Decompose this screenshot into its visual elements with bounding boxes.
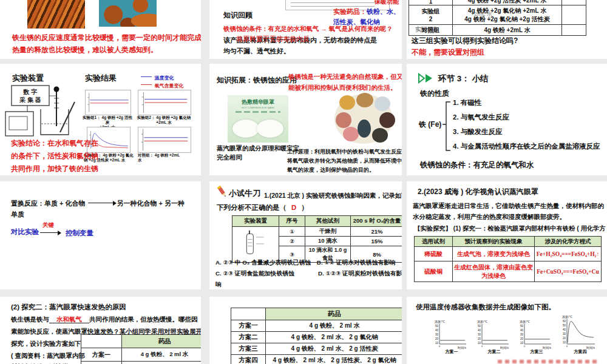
svg-text:40: 40 xyxy=(563,328,566,331)
plans-table: 药品 方案一 4 g 铁粉、 2 ml 水 方案二 4 g 铁粉、 2 ml 水… xyxy=(231,308,402,364)
quiz1-question: 下列分析不正确的是（D） xyxy=(217,203,308,212)
slide-summary[interactable]: 环节 3： 小结 铁的性质 铁 (Fe) 1. 有磁性 2. 与氧气发生反应 3… xyxy=(407,64,607,175)
quiz1-apparatus-sketch-cell xyxy=(232,227,279,263)
svg-text:50: 50 xyxy=(563,324,566,327)
displacement-line2: 单质 xyxy=(11,211,24,219)
cutoff-red-text xyxy=(498,360,600,363)
slide-temp-graphs[interactable]: 使用温度传感器收集数据并生成图像如下图。 温度/℃ 50 40 30 20 10… xyxy=(407,297,607,364)
collage-meat xyxy=(336,112,351,128)
slide-experiment-groups[interactable]: 实验组1 4g 铁粉 +2g 活性炭 +2mL 水 实验组2 4g 铁粉 +2g… xyxy=(407,0,607,59)
temp-graph-plan2: 温度/℃ 50 40 30 20 10 0 时间/s 方案二 xyxy=(473,318,511,354)
svg-text:温度/℃: 温度/℃ xyxy=(520,320,530,324)
slide-quiz-1[interactable]: 小试牛刀 1.(2021 北京 ) 实验研究铁锈蚀影响因素，记录如下。 下列分析… xyxy=(209,181,402,289)
svg-text:40: 40 xyxy=(435,329,439,332)
property-item-4: 4. 与金属活动性顺序在铁之后的金属盐溶液反应 xyxy=(453,142,600,150)
slide-rust-application[interactable]: 知识拓展：铁锈蚀的应用 铁锈蚀是一种无法避免的自然现象，但又 能被利用和控制从而… xyxy=(209,64,402,175)
group2-content: 4g 铁粉 +2g 氯化钠 +2mL 水 +2mL 水 4g 铁粉 +2g 氯化… xyxy=(453,5,562,25)
collage-ham xyxy=(343,127,359,141)
svg-text:10: 10 xyxy=(478,342,481,345)
control-group-content: 4g 铁粉 +2mL 水 xyxy=(453,25,562,36)
slide-plans-table[interactable]: 药品 方案一 4 g 铁粉、 2 ml 水 方案二 4 g 铁粉、 2 ml 水… xyxy=(209,297,402,364)
rust-condition-summary: 铁锈蚀的条件：有充足的氧气和水 xyxy=(420,161,534,170)
svg-text:20: 20 xyxy=(435,337,439,340)
svg-text:10: 10 xyxy=(435,342,439,345)
iron-properties-subtitle: 铁的性质 xyxy=(420,89,449,98)
rusted-paint-photo xyxy=(99,0,157,27)
slide-quiz-2[interactable]: 2.(2023 威海 ) 化学视角认识蒸汽眼罩 蒸汽眼罩逐渐走进日常生活，它借助… xyxy=(407,181,607,289)
temp-graph-plan3: 温度/℃ 50 40 30 20 10 0 时间/s 方案三 xyxy=(516,318,554,354)
mask-feature-row xyxy=(236,111,280,113)
svg-text:30: 30 xyxy=(478,333,481,336)
svg-text:方案四: 方案四 xyxy=(574,349,587,354)
slide-apparatus-results[interactable]: 实验装置 数 字 采 集 器 实验结果 温度变化 氧气含量变化 xyxy=(0,64,201,175)
svg-text:方案三: 方案三 xyxy=(530,349,543,354)
quiz2-stem: 2.(2023 威海 ) 化学视角认识蒸汽眼罩 xyxy=(418,187,538,197)
mask-lens-right xyxy=(257,120,283,138)
svg-text:温度/℃: 温度/℃ xyxy=(435,320,445,324)
conclusion-line2: 的条件下，活性炭和氯化钠 xyxy=(11,152,98,161)
key-label: 关键 xyxy=(42,221,54,229)
quiz-badge: 小试牛刀 xyxy=(229,189,260,198)
test-tube-sketch xyxy=(242,229,270,257)
results-heading: 实验结果 xyxy=(85,73,117,83)
mask-title: 热敷精华眼罩 xyxy=(228,98,288,106)
control-group-label: 对照组 实验组3 xyxy=(409,25,453,36)
oxygen-legend-label: 氧气含量变化 xyxy=(154,83,183,89)
compare-experiment-label: 对比实验 xyxy=(11,228,39,236)
fill-blank-answer: 水和氧气 xyxy=(49,315,89,323)
collage-bottle xyxy=(358,120,371,138)
inquiry2-title: (2) 探究二：蒸汽眼罩快速发热的原因 xyxy=(11,303,126,311)
product-line2: 均匀不漏、透气性好。 xyxy=(223,47,290,56)
slide-sorter-grid: 铁生锈的反应速度通常比较缓慢，需要一定的时间才能完成，因此 热量的释放也比较缓慢… xyxy=(0,0,607,364)
svg-text:方案二: 方案二 xyxy=(487,349,501,354)
apparatus-heading: 实验装置 xyxy=(12,73,44,83)
options-line3: 响 xyxy=(215,281,222,288)
green-double-arrow-icon xyxy=(418,73,436,84)
svg-text:时间/s: 时间/s xyxy=(500,346,509,350)
application-red-line2: 能被利用和控制从而便利我们的生活。 xyxy=(288,84,397,92)
svg-text:数 字: 数 字 xyxy=(23,88,38,95)
svg-text:60: 60 xyxy=(563,320,566,323)
review-title: 知识回顾 xyxy=(223,11,253,20)
inquiry2-note-line1: ( 查阅资料：蒸汽眼罩内部 xyxy=(11,352,85,360)
temp-legend-line xyxy=(141,76,152,77)
mask-lens-left xyxy=(232,120,259,138)
quiz2-body-line2: 水分稳定蒸发，利用产生的热度和湿度缓解眼部疲劳。 xyxy=(413,213,566,221)
property-item-3: 3. 与酸发生反应 xyxy=(453,127,503,136)
group2-result-cell xyxy=(562,5,586,25)
collage-chocolate xyxy=(379,112,395,128)
slide-inquiry-2[interactable]: (2) 探究二：蒸汽眼罩快速发热的原因 铁生锈是铁与水和氧气共同作用的结果，但放… xyxy=(0,297,201,364)
principle-line1: 工作原理：利用脱氧剂中的铁粉与氧气发生反应， xyxy=(287,149,402,155)
experiment-groups-table: 实验组1 4g 铁粉 +2g 活性炭 +2mL 水 实验组2 4g 铁粉 +2g… xyxy=(409,0,586,36)
result-chart-group2 xyxy=(138,90,191,115)
svg-text:时间/s: 时间/s xyxy=(543,346,551,350)
slide-displacement[interactable]: 置换反应：单质 + 化合物另一种化合物 + 另一种 单质 关键 对比实验 控制变… xyxy=(0,181,201,289)
apparatus-drawing: 数 字 采 集 器 xyxy=(3,84,85,137)
inquiry2-plans-table: 药品 方案一 4 g 铁粉、 2 ml 水 方案二 4 g 铁粉、 2 ml 水… xyxy=(81,334,201,364)
graphs-title: 使用温度传感器收集数据并生成图像如下图。 xyxy=(416,303,555,311)
mask-subtitle: HOT COMPRESS EYE MASK xyxy=(228,106,288,109)
quiz1-stem: 1.(2021 北京 ) 实验研究铁锈蚀影响因素，记录如下。 xyxy=(264,192,402,200)
svg-text:40: 40 xyxy=(520,329,524,332)
group2-label: 实验组2 xyxy=(409,5,453,25)
rust-condition-line: 铁锈蚀的条件：有充足的水和氧气 → 氧气是从何而来的呢？ xyxy=(223,25,393,33)
options-line1: A. ②③ 中 O₂ 含量减少表明铁已锈蚀 B. ①② 证明水对铁锈蚀有影响 xyxy=(215,259,396,266)
control-result-cell xyxy=(562,25,586,36)
results-legend: 温度变化 氧气含量变化 xyxy=(141,71,183,87)
svg-text:40: 40 xyxy=(478,329,481,332)
options-line2: C. ②③ 证明食盐能加快铁锈蚀 D. ①②③ 证明炭粉对铁锈蚀有影 xyxy=(215,270,402,277)
inquiry2-body-line3: 探究，设计实验方案如下： xyxy=(11,340,87,348)
slide-rust-intro[interactable]: 铁生锈的反应速度通常比较缓慢，需要一定的时间才能完成，因此 热量的释放也比较缓慢… xyxy=(0,0,201,59)
overlapping-red-text: 将原料置于无纺布袋内反 xyxy=(236,35,310,44)
svg-text:20: 20 xyxy=(563,337,566,340)
principle-line3: 氧气的浓度，达到保护物品的目的。 xyxy=(287,167,375,174)
quiz2-table: 选用试剂 预计观察到的实验现象 涉及的化学方程式 稀硫酸 生成气泡，溶液变为浅绿… xyxy=(414,236,602,282)
quiz2-body-line1: 蒸汽眼罩逐渐走进日常生活，它借助铁生锈产生热量，使材料内部的 xyxy=(413,202,604,210)
mask-caption-line2: 完全相同 xyxy=(217,153,242,161)
slide-knowledge-review[interactable]: 保暖功能 实验药品：铁粉、水、 活性炭、氯化钠 知识回顾 铁锈蚀的条件：有充足的… xyxy=(209,0,402,59)
rust-intro-line2: 热量的释放也比较缓慢，难以被人类感知到。 xyxy=(12,46,158,55)
svg-text:时间/s: 时间/s xyxy=(458,346,466,350)
quiz1-table: 实验装置 序号 其他试剂 200 s 时 O₂的含量 xyxy=(232,215,402,263)
result-chart-control xyxy=(138,127,191,153)
bracket-connector xyxy=(442,100,452,152)
